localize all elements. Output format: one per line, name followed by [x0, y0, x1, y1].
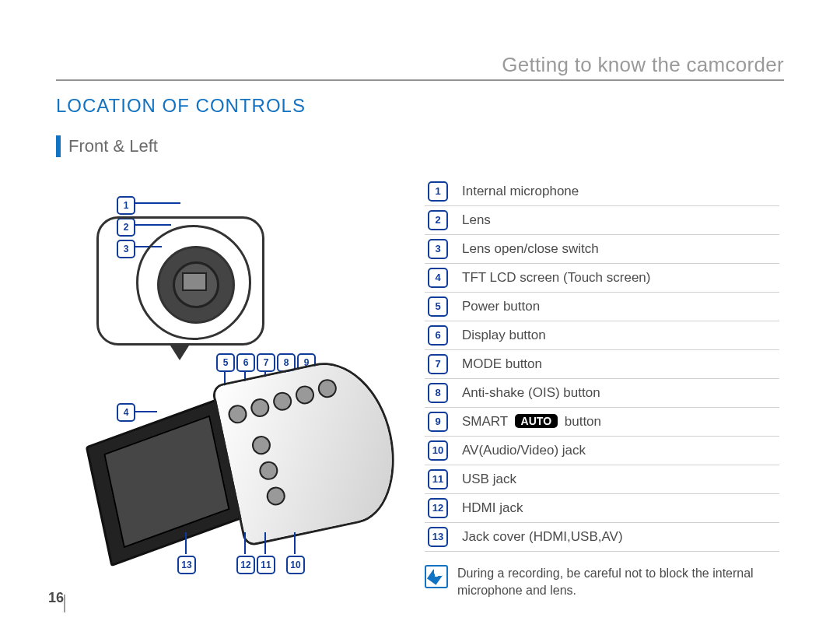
legend-label: AV(Audio/Video) jack [462, 443, 779, 458]
subsection-heading: Front & Left [56, 135, 158, 157]
lens-shutter-icon [182, 272, 207, 291]
subsection-accent-bar [56, 135, 61, 157]
callout-12: 12 [236, 556, 255, 574]
legend-row: 2 Lens [425, 206, 779, 235]
controls-legend: 1 Internal microphone 2 Lens 3 Lens open… [425, 177, 779, 552]
auto-pill-icon: AUTO [515, 414, 558, 428]
callout-7: 7 [257, 353, 275, 372]
legend-row: 9 SMART AUTO button [425, 408, 779, 437]
callout-5: 5 [216, 353, 235, 372]
legend-row: 8 Anti-shake (OIS) button [425, 379, 779, 408]
legend-label: MODE button [462, 356, 779, 372]
legend-row: 7 MODE button [425, 350, 779, 379]
section-heading: LOCATION OF CONTROLS [56, 95, 306, 117]
callout-1: 1 [117, 196, 135, 215]
legend-label: Jack cover (HDMI,USB,AV) [462, 529, 779, 545]
legend-number: 9 [428, 412, 448, 432]
legend-row: 3 Lens open/close switch [425, 235, 779, 264]
legend-row: 6 Display button [425, 321, 779, 350]
callout-13: 13 [177, 556, 196, 574]
camcorder-body-icon [86, 369, 383, 570]
legend-number: 8 [428, 383, 448, 403]
page-number: 16 [48, 590, 64, 606]
callout-10: 10 [286, 556, 305, 574]
header-rule [56, 79, 784, 81]
legend-label: USB jack [462, 472, 779, 487]
legend-number: 12 [428, 498, 448, 518]
legend-label: Internal microphone [462, 184, 779, 199]
legend-label: Lens [462, 212, 779, 228]
legend-label: Anti-shake (OIS) button [462, 385, 779, 401]
legend-label: HDMI jack [462, 500, 779, 516]
lens-detail-callout [96, 216, 264, 346]
legend-number: 11 [428, 469, 448, 489]
page-number-rule [64, 595, 65, 612]
camcorder-grip-icon [211, 351, 408, 547]
leader-line [294, 532, 296, 554]
leader-line [134, 202, 180, 204]
chapter-title: Getting to know the camcorder [502, 53, 784, 77]
legend-number: 4 [428, 268, 448, 288]
legend-label-post: button [561, 414, 601, 429]
note-box: During a recording, be careful not to bl… [425, 565, 790, 598]
legend-label: SMART AUTO button [462, 414, 779, 430]
legend-number: 3 [428, 239, 448, 259]
note-text: During a recording, be careful not to bl… [457, 565, 790, 598]
leader-line [264, 532, 266, 554]
leader-line [185, 532, 187, 554]
legend-row: 10 AV(Audio/Video) jack [425, 437, 779, 465]
legend-label: Power button [462, 299, 779, 314]
legend-number: 10 [428, 440, 448, 461]
callout-6: 6 [236, 353, 255, 372]
lcd-screen-icon [103, 415, 229, 548]
legend-row: 13 Jack cover (HDMI,USB,AV) [425, 523, 779, 552]
camcorder-diagram: 1 2 3 5 6 7 8 9 4 [81, 177, 392, 574]
legend-label: Display button [462, 328, 779, 343]
note-icon [425, 565, 448, 588]
legend-label-pre: SMART [462, 414, 512, 429]
legend-number: 7 [428, 354, 448, 374]
manual-page: Getting to know the camcorder LOCATION O… [0, 0, 840, 642]
legend-number: 1 [428, 181, 448, 202]
callout-11: 11 [257, 556, 275, 574]
legend-row: 5 Power button [425, 293, 779, 321]
leader-line [244, 532, 246, 554]
legend-row: 1 Internal microphone [425, 177, 779, 206]
lens-ring-icon [136, 225, 251, 340]
legend-row: 12 HDMI jack [425, 494, 779, 523]
legend-label: Lens open/close switch [462, 241, 779, 257]
pencil-icon [427, 567, 444, 585]
legend-number: 5 [428, 296, 448, 317]
legend-row: 4 TFT LCD screen (Touch screen) [425, 264, 779, 293]
legend-row: 11 USB jack [425, 465, 779, 494]
subsection-label: Front & Left [68, 136, 158, 156]
legend-number: 6 [428, 325, 448, 346]
legend-number: 2 [428, 210, 448, 230]
legend-label: TFT LCD screen (Touch screen) [462, 270, 779, 286]
legend-number: 13 [428, 527, 448, 547]
